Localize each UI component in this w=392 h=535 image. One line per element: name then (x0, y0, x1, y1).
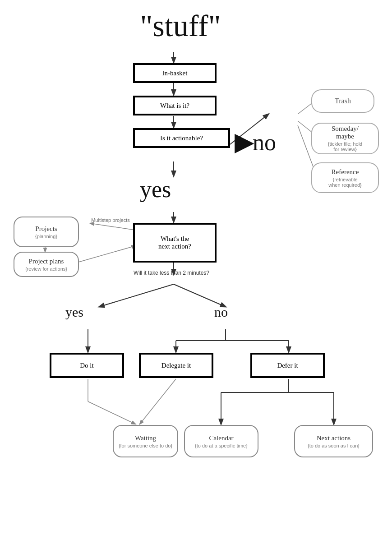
delegate-it-box: Delegate it (139, 353, 213, 378)
no-small-label: no (214, 304, 228, 320)
no-big-label: ▶no (235, 129, 276, 156)
someday-maybe-box: Someday/ maybe {tickler file; hold for r… (311, 123, 379, 154)
svg-line-13 (99, 284, 174, 307)
diagram-title: "stuff" (113, 8, 248, 44)
svg-line-14 (174, 284, 226, 307)
svg-line-22 (88, 401, 135, 424)
svg-line-23 (140, 379, 176, 424)
svg-line-10 (72, 246, 135, 264)
trash-box: Trash (311, 89, 374, 113)
yes-small-label: yes (65, 304, 83, 320)
yes-big-label: yes (140, 176, 171, 203)
in-basket-box: In-basket (133, 63, 217, 83)
next-actions-box: Next actions {to do as soon as I can} (294, 425, 373, 457)
projects-box: Projects {planning} (14, 217, 79, 247)
svg-line-11 (90, 223, 135, 230)
multistep-label: Multistep projects (88, 217, 133, 223)
defer-it-box: Defer it (250, 353, 325, 378)
waiting-box: Waiting {for someone else to do} (113, 425, 178, 457)
do-it-box: Do it (50, 353, 124, 378)
project-plans-box: Project plans {review for actions} (14, 252, 79, 277)
is-it-actionable-box: Is it actionable? (133, 128, 230, 148)
what-is-it-box: What is it? (133, 96, 217, 115)
will-it-label: Will it take less than 2 minutes? (113, 270, 230, 276)
reference-box: Reference {retrievable when required} (311, 162, 379, 193)
calendar-box: Calendar {to do at a specific time} (184, 425, 258, 457)
whats-next-box: What's the next action? (133, 223, 217, 263)
